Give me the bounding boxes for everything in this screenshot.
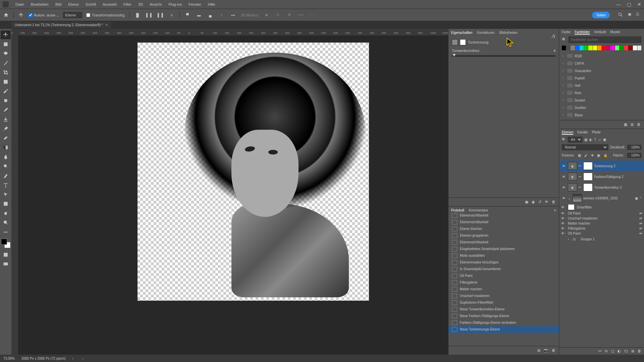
- history-item[interactable]: In Smartobjekt konvertieren: [448, 266, 559, 273]
- tab-comments[interactable]: Kommentare: [469, 208, 488, 212]
- lock-artboard-icon[interactable]: ▣: [597, 154, 600, 157]
- zoom-tool[interactable]: [1, 218, 11, 227]
- layer-group[interactable]: ›🗀Gruppe 1: [559, 236, 644, 242]
- canvas-viewport[interactable]: [18, 36, 448, 355]
- layer-dropdown[interactable]: Ebene: [63, 12, 83, 18]
- menu-file[interactable]: Datei: [13, 1, 27, 8]
- layer-fx-icon[interactable]: fx: [605, 349, 608, 353]
- scroll-left-icon[interactable]: ‹: [82, 357, 83, 360]
- swatch-folder[interactable]: ›Blass: [559, 111, 644, 119]
- swatch-folder[interactable]: ›RGB: [559, 52, 644, 60]
- swatch-folder[interactable]: ›Pastell: [559, 74, 644, 82]
- tab-properties[interactable]: Eigenschaften: [451, 31, 472, 35]
- filter-smart-icon[interactable]: ▣: [603, 138, 606, 141]
- history-item[interactable]: Matter machen: [448, 286, 559, 293]
- new-adjustment-icon[interactable]: ◐: [618, 349, 621, 353]
- layer-mask-icon[interactable]: ◻: [611, 349, 614, 353]
- filter-adjust-icon[interactable]: ◐: [589, 138, 592, 141]
- menu-plugins[interactable]: Plug-ins: [166, 1, 184, 8]
- clip-icon[interactable]: ▣: [525, 200, 528, 204]
- visibility-toggle-icon[interactable]: 👁: [561, 196, 567, 200]
- new-swatch-icon[interactable]: ⊞: [631, 122, 634, 127]
- tab-history[interactable]: Protokoll: [451, 208, 464, 212]
- new-group-icon[interactable]: 🗀: [624, 349, 628, 353]
- crop-tool[interactable]: [1, 68, 11, 77]
- tab-gradients[interactable]: Verläufe: [594, 30, 606, 35]
- stamp-tool[interactable]: [1, 115, 11, 124]
- color-swatch[interactable]: [610, 46, 614, 50]
- color-swatch[interactable]: [615, 46, 619, 50]
- marquee-tool[interactable]: [1, 40, 11, 49]
- history-item[interactable]: Neue Farbton-/Sättigungs-Ebene: [448, 313, 559, 319]
- align-right-icon[interactable]: ▌▐: [157, 11, 164, 19]
- visibility-toggle-icon[interactable]: 👁: [561, 175, 567, 179]
- swatch-search-input[interactable]: [569, 37, 641, 43]
- history-item[interactable]: Neue Tontrennungs-Ebene: [448, 326, 559, 333]
- color-swatch[interactable]: [637, 46, 641, 50]
- character-panel-icon[interactable]: A: [549, 32, 558, 41]
- type-tool[interactable]: [1, 181, 11, 189]
- brush-tool[interactable]: [1, 106, 11, 114]
- color-swatch[interactable]: [624, 46, 628, 50]
- align-middle-icon[interactable]: ▬: [195, 11, 203, 19]
- history-item[interactable]: Oil Paint: [448, 273, 559, 279]
- history-item[interactable]: Ebene löschen: [448, 226, 559, 232]
- swatch-folder[interactable]: ›Hell: [559, 82, 644, 89]
- edit-toolbar-icon[interactable]: •••: [1, 228, 11, 236]
- lock-pixels-icon[interactable]: 🖌: [584, 154, 588, 157]
- smartfilter-item[interactable]: 👁Matter machen⇄: [559, 221, 644, 226]
- color-swatch[interactable]: [602, 46, 606, 50]
- menu-3d[interactable]: 3D: [136, 1, 146, 8]
- smartfilter-item[interactable]: 👁Oil Paint⇄: [559, 231, 644, 236]
- menu-window[interactable]: Fenster: [186, 1, 204, 8]
- move-tool-icon[interactable]: [18, 12, 24, 18]
- tab-channels[interactable]: Kanäle: [577, 130, 588, 135]
- smartfilter-item[interactable]: 👁Filtergalerie⇄: [559, 226, 644, 231]
- delete-layer-icon[interactable]: 🗑: [638, 349, 641, 353]
- screen-mode-icon[interactable]: [1, 260, 11, 268]
- history-item[interactable]: Ebenensichtbarkeit: [448, 219, 559, 226]
- foreground-color[interactable]: [1, 239, 7, 245]
- quick-mask-icon[interactable]: [1, 250, 11, 259]
- color-swatch[interactable]: [593, 46, 597, 50]
- opacity-input[interactable]: [627, 145, 641, 150]
- color-swatch[interactable]: [606, 46, 610, 50]
- vertical-ruler[interactable]: [11, 36, 18, 355]
- history-item[interactable]: Ebenensichtbarkeit: [448, 239, 559, 246]
- swatch-folder[interactable]: ›Dunkel: [559, 97, 644, 104]
- swatch-folder[interactable]: ›Dunkler: [559, 104, 644, 111]
- color-swatches[interactable]: [1, 239, 10, 248]
- color-swatch[interactable]: [566, 46, 570, 50]
- menu-select[interactable]: Auswahl: [100, 1, 119, 8]
- blend-mode-select[interactable]: Normal: [562, 144, 608, 150]
- reset-icon[interactable]: ↺: [538, 200, 541, 204]
- tab-patterns[interactable]: Muster: [610, 30, 621, 35]
- frame-tool[interactable]: [1, 77, 11, 86]
- filter-type-icon[interactable]: T: [594, 138, 596, 141]
- history-item[interactable]: Unscharf maskieren: [448, 293, 559, 299]
- horizontal-ruler[interactable]: -1400-1350-1300-1250-1200-1150-1100-1050…: [11, 29, 448, 36]
- view-previous-icon[interactable]: ◉: [532, 200, 535, 204]
- close-icon[interactable]: ✕: [637, 2, 641, 7]
- color-swatch[interactable]: [588, 46, 592, 50]
- visibility-toggle-icon[interactable]: 👁: [561, 186, 567, 189]
- history-item[interactable]: Farbton-/Sättigungs-Ebene verändern: [448, 319, 559, 326]
- menu-view[interactable]: Ansicht: [147, 1, 164, 8]
- swatch-preset-icon[interactable]: ▦: [624, 122, 627, 127]
- history-item[interactable]: Neue Tonwertkorrektur-Ebene: [448, 306, 559, 313]
- fill-input[interactable]: [627, 153, 641, 158]
- magic-wand-tool[interactable]: [1, 59, 11, 67]
- history-item[interactable]: Ebenenmaske hinzufügen: [448, 259, 559, 266]
- minimize-icon[interactable]: —: [616, 2, 621, 7]
- blur-tool[interactable]: [1, 153, 11, 161]
- menu-layer[interactable]: Ebene: [65, 1, 82, 8]
- slider-value[interactable]: 4: [553, 49, 555, 53]
- color-swatch[interactable]: [633, 46, 637, 50]
- history-item[interactable]: Motiv auswählen: [448, 252, 559, 259]
- filter-options-icon[interactable]: ⇄: [639, 222, 642, 225]
- lock-all-icon[interactable]: 🔒: [603, 154, 607, 157]
- new-layer-icon[interactable]: ⊞: [631, 349, 634, 353]
- color-swatch[interactable]: [584, 46, 588, 50]
- layer-menu-icon[interactable]: ⌃: [639, 196, 642, 200]
- link-layers-icon[interactable]: ⚯: [598, 349, 601, 353]
